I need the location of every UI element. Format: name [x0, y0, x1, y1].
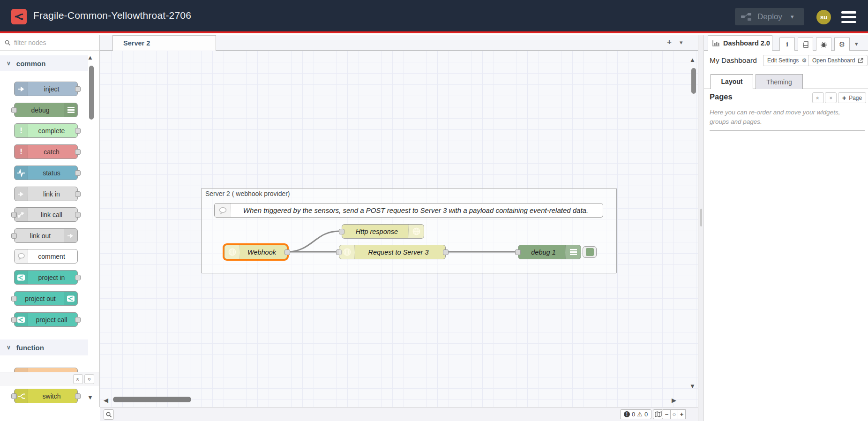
node-output-port[interactable]	[75, 170, 81, 176]
flow-comment-node[interactable]: When triggered by the sensors, send a PO…	[214, 203, 603, 218]
palette-filter-input[interactable]	[14, 39, 84, 46]
zoom-reset-button[interactable]: ○	[670, 409, 678, 419]
node-input-port[interactable]	[11, 233, 17, 239]
sidebar-tab-dashboard[interactable]: Dashboard 2.0	[708, 35, 772, 51]
tab-layout[interactable]: Layout	[711, 74, 753, 89]
palette-scrollbar[interactable]	[89, 66, 94, 120]
link-arrow-icon	[15, 187, 28, 201]
palette-node-catch[interactable]: ! catch	[14, 144, 78, 159]
navigator-map-button[interactable]	[653, 409, 663, 419]
node-input-port[interactable]	[11, 107, 17, 113]
node-label: Request to Server 3	[355, 245, 441, 259]
palette-node-project-in[interactable]: project in	[14, 270, 78, 285]
zoom-out-button[interactable]: −	[663, 409, 671, 419]
sidebar-tabs-caret-icon[interactable]: ▾	[855, 40, 858, 47]
exclamation-icon: !	[15, 124, 28, 137]
workspace-tab-label: Server 2	[123, 39, 150, 47]
palette-node-project-out[interactable]: project out	[14, 291, 78, 306]
palette-category-function[interactable]: ∨ function	[0, 339, 88, 355]
chevrons-down-icon: «	[86, 377, 93, 381]
sidebar-tab-debug[interactable]	[816, 38, 831, 51]
palette-node-label: project in	[29, 271, 75, 284]
node-red-editor: Fragile-Common-Yellowthroat-2706 Deploy …	[0, 0, 868, 422]
user-avatar[interactable]: su	[816, 10, 831, 24]
add-flow-button[interactable]: +	[664, 38, 674, 48]
flow-node-http-response[interactable]: Http response	[342, 224, 424, 239]
node-output-port[interactable]	[75, 275, 81, 280]
link-arrow-icon	[64, 229, 77, 242]
node-output-port[interactable]	[75, 128, 81, 134]
category-label: common	[16, 60, 46, 68]
flow-list-caret-icon[interactable]: ▾	[680, 39, 683, 46]
zoom-in-button[interactable]: +	[678, 409, 686, 419]
project-logo-icon	[64, 292, 77, 305]
node-output-port[interactable]	[75, 86, 81, 92]
palette-node-inject[interactable]: inject	[14, 82, 78, 96]
canvas-vertical-scrollbar[interactable]	[691, 68, 696, 94]
node-output-port[interactable]	[284, 249, 290, 255]
sidebar-tab-label: Dashboard 2.0	[723, 39, 770, 47]
sidebar-tab-help[interactable]	[798, 38, 813, 51]
canvas-scroll-up-arrow[interactable]: ▲	[689, 56, 696, 63]
palette-node-complete[interactable]: ! complete	[14, 123, 78, 138]
gear-icon: ⚙	[839, 40, 845, 49]
palette-node-link-out[interactable]: link out	[14, 228, 78, 243]
main-menu-button[interactable]	[841, 11, 856, 23]
flow-node-webhook[interactable]: Webhook	[224, 245, 287, 259]
canvas-scroll-left-arrow[interactable]: ◀	[104, 397, 108, 404]
workspace-tab-server-2[interactable]: Server 2	[112, 35, 216, 51]
sidebar-tabbar: Dashboard 2.0 i ⚙ ▾	[704, 35, 868, 51]
node-output-port[interactable]	[75, 149, 81, 155]
node-input-port[interactable]	[515, 249, 521, 255]
deploy-caret-icon[interactable]: ▾	[791, 13, 794, 20]
notifications-badge[interactable]: ! 0 ⚠ 0	[620, 409, 651, 419]
palette-node-label: project out	[17, 292, 63, 305]
debug-enable-toggle[interactable]	[583, 246, 597, 258]
node-output-port[interactable]	[75, 212, 81, 218]
canvas-scroll-right-arrow[interactable]: ▶	[672, 397, 676, 404]
move-page-down-button[interactable]: «	[825, 92, 837, 103]
palette-node-link-in[interactable]: link in	[14, 187, 78, 201]
palette-category-common[interactable]: ∨ common	[0, 55, 88, 71]
collapse-all-button[interactable]: «	[73, 374, 83, 384]
flow-node-debug-1[interactable]: debug 1	[518, 245, 581, 259]
palette-node-project-call[interactable]: project call	[14, 312, 78, 327]
sidebar-splitter[interactable]	[698, 35, 704, 421]
palette-scroll-down-arrow[interactable]: ▼	[87, 394, 93, 401]
palette-scroll-up-arrow[interactable]: ▲	[87, 54, 93, 61]
palette-node-label: complete	[29, 124, 75, 137]
palette-node-link-call[interactable]: link call	[14, 207, 78, 222]
node-output-port[interactable]	[75, 191, 81, 197]
canvas-scroll-down-arrow[interactable]: ▼	[689, 383, 696, 390]
palette-node-status[interactable]: status	[14, 166, 78, 180]
globe-icon	[224, 245, 240, 259]
node-input-port[interactable]	[339, 229, 344, 234]
node-output-port[interactable]	[75, 393, 81, 399]
node-label: debug 1	[522, 245, 565, 259]
node-input-port[interactable]	[11, 296, 17, 301]
tab-theming[interactable]: Theming	[756, 74, 803, 89]
palette-node-label: link out	[17, 229, 63, 242]
flow-node-request-to-server-3[interactable]: Request to Server 3	[339, 245, 446, 259]
open-dashboard-button[interactable]: Open Dashboard	[808, 55, 868, 66]
move-page-up-button[interactable]: «	[812, 92, 824, 103]
palette-filter	[0, 35, 99, 51]
bug-icon	[820, 41, 827, 48]
add-page-button[interactable]: + Page	[838, 92, 866, 103]
edit-settings-button[interactable]: Edit Settings ⚙	[763, 55, 811, 66]
canvas-horizontal-scrollbar[interactable]	[113, 397, 191, 402]
splitter-grip[interactable]	[700, 209, 702, 226]
palette-node-comment[interactable]: comment	[14, 249, 78, 264]
sidebar-tab-info[interactable]: i	[779, 38, 795, 51]
flow-group-label: Server 2 ( webhook provider)	[205, 190, 290, 197]
node-output-port[interactable]	[443, 249, 449, 255]
flow-canvas[interactable]: Server 2 ( webhook provider) When trigge…	[100, 51, 698, 407]
palette-node-debug[interactable]: debug	[14, 103, 78, 117]
expand-all-button[interactable]: «	[84, 374, 94, 384]
sidebar-tab-config[interactable]: ⚙	[834, 38, 850, 51]
node-output-port[interactable]	[75, 317, 81, 323]
canvas-search-button[interactable]	[104, 409, 114, 420]
palette-node-switch[interactable]: switch	[14, 389, 78, 403]
dashboard-tabs: Layout Theming	[704, 74, 868, 89]
deploy-button[interactable]: Deploy ▾	[735, 8, 804, 25]
